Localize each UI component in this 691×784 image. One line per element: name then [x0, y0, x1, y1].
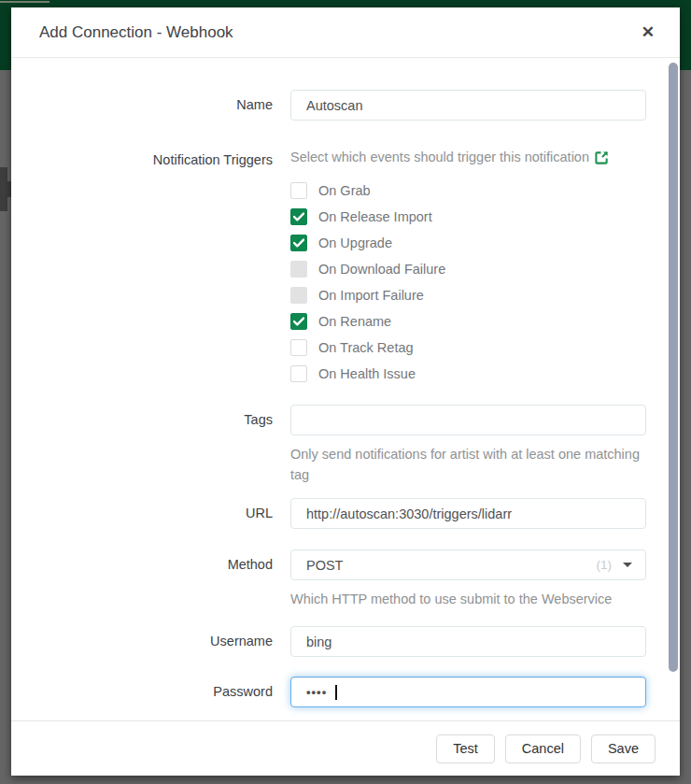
triggers-helper-text: Select which events should trigger this … — [290, 150, 589, 164]
checkbox-icon[interactable] — [290, 339, 307, 356]
trigger-label[interactable]: On Import Failure — [318, 288, 424, 303]
checkbox-icon[interactable] — [290, 365, 307, 382]
method-selected-value: POST — [306, 558, 343, 573]
name-row: Name — [11, 90, 680, 121]
trigger-row: On Rename — [290, 308, 646, 335]
method-helper-text: Which HTTP method to use submit to the W… — [290, 589, 646, 609]
trigger-label[interactable]: On Download Failure — [318, 262, 445, 277]
trigger-row: On Grab — [290, 178, 646, 204]
test-button[interactable]: Test — [436, 734, 495, 763]
tags-helper-text: Only send notifications for artist with … — [290, 444, 646, 485]
modal-body: Name Notification Triggers Select which … — [11, 58, 680, 720]
trigger-row: On Download Failure — [290, 256, 646, 282]
username-row: Username — [11, 626, 680, 657]
trigger-label[interactable]: On Upgrade — [318, 235, 392, 250]
text-cursor — [335, 685, 337, 700]
trigger-label[interactable]: On Health Issue — [318, 366, 416, 381]
checkbox-icon[interactable] — [290, 313, 307, 330]
method-count-badge: (1) — [597, 558, 613, 572]
trigger-list: On GrabOn Release ImportOn UpgradeOn Dow… — [290, 178, 646, 387]
save-button[interactable]: Save — [591, 734, 656, 763]
tags-row: Tags Only send notifications for artist … — [11, 405, 680, 485]
trigger-row: On Import Failure — [290, 282, 646, 308]
checkbox-icon[interactable] — [290, 261, 307, 278]
trigger-row: On Health Issue — [290, 361, 646, 387]
chevron-down-icon — [623, 563, 632, 567]
trigger-label[interactable]: On Grab — [318, 183, 371, 198]
password-label: Password — [11, 677, 273, 707]
tags-input[interactable] — [290, 405, 646, 435]
triggers-row: Notification Triggers Select which event… — [11, 145, 680, 387]
username-input[interactable] — [290, 626, 646, 657]
modal-header: Add Connection - Webhook ✕ — [11, 7, 680, 58]
scrollbar-thumb[interactable] — [669, 63, 678, 672]
add-connection-modal: Add Connection - Webhook ✕ Name Notifica… — [11, 7, 680, 776]
name-input[interactable] — [290, 90, 646, 121]
password-row: Password — [11, 677, 680, 707]
checkbox-icon[interactable] — [290, 182, 307, 199]
checkbox-icon[interactable] — [290, 235, 307, 251]
triggers-label: Notification Triggers — [11, 145, 273, 387]
password-input[interactable] — [290, 677, 646, 707]
username-label: Username — [11, 626, 273, 657]
url-input[interactable] — [290, 498, 646, 529]
checkbox-icon[interactable] — [290, 287, 307, 304]
method-select[interactable]: POST (1) — [290, 549, 646, 580]
trigger-row: On Upgrade — [290, 230, 646, 256]
background-artifact — [0, 1, 49, 3]
trigger-label[interactable]: On Track Retag — [318, 340, 414, 355]
name-label: Name — [11, 90, 273, 121]
method-row: Method POST (1) Which HTTP method to use… — [11, 549, 680, 609]
tags-label: Tags — [11, 405, 273, 485]
method-label: Method — [11, 549, 273, 609]
close-icon[interactable]: ✕ — [640, 22, 656, 42]
trigger-label[interactable]: On Release Import — [318, 209, 432, 224]
trigger-row: On Track Retag — [290, 335, 646, 361]
url-row: URL — [11, 498, 680, 529]
external-link-icon[interactable] — [595, 150, 609, 164]
checkbox-icon[interactable] — [290, 208, 307, 225]
modal-title: Add Connection - Webhook — [39, 23, 233, 42]
modal-footer: Test Cancel Save — [11, 720, 680, 776]
cancel-button[interactable]: Cancel — [505, 734, 581, 763]
url-label: URL — [11, 498, 273, 529]
trigger-row: On Release Import — [290, 204, 646, 230]
trigger-label[interactable]: On Rename — [318, 314, 391, 329]
